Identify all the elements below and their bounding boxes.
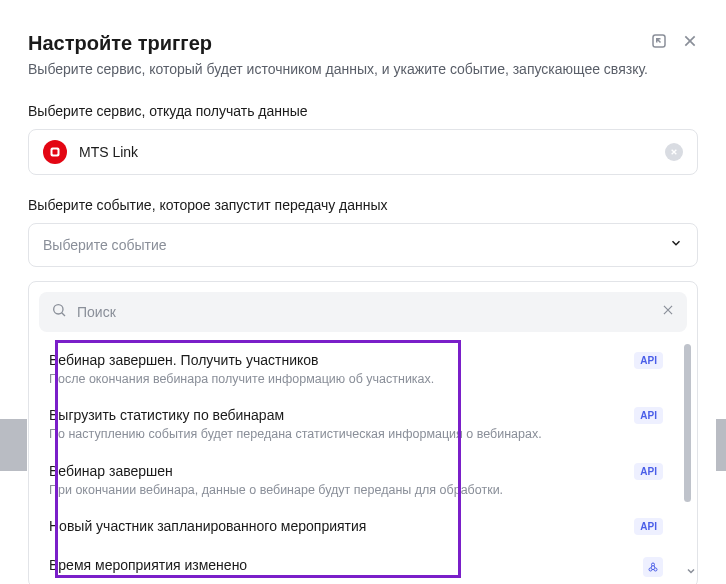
svg-point-3 xyxy=(54,305,63,314)
svg-point-4 xyxy=(649,568,652,571)
svg-point-5 xyxy=(654,568,657,571)
background-stripe xyxy=(0,419,27,471)
api-badge: API xyxy=(634,463,663,480)
mts-link-icon xyxy=(43,140,67,164)
option-title: Время мероприятия изменено xyxy=(49,557,631,573)
scrollbar[interactable] xyxy=(684,344,691,502)
option-desc: По наступлению события будет передана ст… xyxy=(49,426,622,442)
service-field-label: Выберите сервис, откуда получать данные xyxy=(28,103,698,119)
option-title: Вебинар завершен xyxy=(49,463,622,479)
chevron-down-icon[interactable] xyxy=(685,563,697,581)
webhook-badge-icon xyxy=(643,557,663,577)
page-subtitle: Выберите сервис, который будет источнико… xyxy=(28,61,698,77)
event-placeholder: Выберите событие xyxy=(43,237,669,253)
service-select[interactable]: MTS Link xyxy=(28,129,698,175)
search-clear-icon[interactable] xyxy=(661,303,675,321)
option-desc: После окончания вебинара получите информ… xyxy=(49,371,622,387)
search-row xyxy=(39,292,687,332)
option-title: Вебинар завершен. Получить участников xyxy=(49,352,622,368)
page-title: Настройте триггер xyxy=(28,32,212,55)
event-option[interactable]: Выгрузить статистику по вебинарамПо наст… xyxy=(29,397,679,452)
event-option[interactable]: Вебинар завершен. Получить участниковПос… xyxy=(29,342,679,397)
chevron-down-icon xyxy=(669,236,683,254)
option-title: Выгрузить статистику по вебинарам xyxy=(49,407,622,423)
clear-service-icon[interactable] xyxy=(665,143,683,161)
expand-icon[interactable] xyxy=(650,32,668,54)
event-option[interactable]: Новый участник запланированного мероприя… xyxy=(29,508,679,547)
api-badge: API xyxy=(634,407,663,424)
event-select[interactable]: Выберите событие xyxy=(28,223,698,267)
background-stripe xyxy=(716,419,726,471)
service-selected-value: MTS Link xyxy=(79,144,653,160)
svg-rect-2 xyxy=(53,150,58,155)
api-badge: API xyxy=(634,352,663,369)
option-desc: При окончании вебинара, данные о вебинар… xyxy=(49,482,622,498)
event-field-label: Выберите событие, которое запустит перед… xyxy=(28,197,698,213)
search-icon xyxy=(51,302,67,322)
close-icon[interactable] xyxy=(682,33,698,53)
search-input[interactable] xyxy=(77,304,651,320)
event-option[interactable]: Вебинар завершенПри окончании вебинара, … xyxy=(29,453,679,508)
event-option[interactable]: Время мероприятия изменено xyxy=(29,547,679,584)
event-dropdown-panel: Вебинар завершен. Получить участниковПос… xyxy=(28,281,698,584)
api-badge: API xyxy=(634,518,663,535)
option-title: Новый участник запланированного мероприя… xyxy=(49,518,622,534)
